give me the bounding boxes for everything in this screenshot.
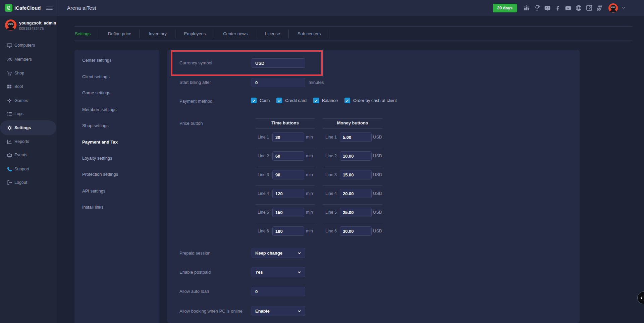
nav-center-settings[interactable]: Center settings [82,57,111,64]
monitor-icon [7,43,12,48]
nav-members-settings[interactable]: Members settings [82,106,117,113]
app-root: iCafeCloud Arena aiTest 39 days [0,0,644,323]
sidebar-item-logout[interactable]: Logout [0,179,57,186]
chart-icon [7,139,12,145]
tab-sub-centers[interactable]: Sub centers [289,26,329,41]
sidebar-item-boot[interactable]: Boot [0,83,57,90]
nav-loyalty-settings[interactable]: Loyalty settings [82,155,112,162]
topbar-actions: 39 days [493,3,644,13]
checkbox-checked-icon [251,98,257,103]
checkbox-checked-icon [276,98,282,103]
icafecloud-site-icon[interactable] [586,5,592,11]
time-line6-label: Line 6 [258,226,269,236]
collapse-panel-button[interactable] [637,291,644,304]
chevron-down-icon [297,251,302,255]
nav-shop-settings[interactable]: Shop settings [82,122,109,129]
time-line4-label: Line 4 [258,189,269,198]
time-line6-input[interactable] [272,226,304,236]
sidebar-item-computers[interactable]: Computers [0,42,57,49]
time-line3-label: Line 3 [258,170,269,179]
tab-employees[interactable]: Employees [175,26,214,41]
money-line6-label: Line 6 [325,226,337,236]
license-days-badge[interactable]: 39 days [493,4,517,12]
user-avatar[interactable] [608,3,618,13]
money-line2-input[interactable] [340,151,372,161]
money-line1-input[interactable] [340,132,372,142]
enable-postpaid-select[interactable]: Yes [252,267,305,277]
discord-icon[interactable] [544,5,551,11]
menu-toggle-button[interactable] [46,6,53,10]
checkbox-checked-icon [344,98,350,103]
center-tabs: Settings Define price Inventory Employee… [74,26,633,41]
topbar: iCafeCloud Arena aiTest 39 days [0,0,644,16]
money-line3-input[interactable] [340,170,372,179]
trophy-icon[interactable] [534,5,540,11]
payment-method-options: Cash Credit card Balance Order by cash a… [251,98,397,103]
sidebar-item-reports[interactable]: Reports [0,138,57,145]
sidebar-item-games[interactable]: Games [0,97,57,104]
tab-license[interactable]: License [256,26,289,41]
gamepad-icon [7,98,12,104]
money-buttons-header: Money buttons [323,120,382,125]
time-line1-input[interactable] [272,132,304,142]
time-line3-input[interactable] [272,170,304,179]
nav-install-links[interactable]: Install links [82,204,104,211]
sidebar-item-support[interactable]: Support [0,166,57,172]
allow-booking-select[interactable]: Enable [252,306,305,316]
tab-inventory[interactable]: Inventory [140,26,175,41]
time-line2-label: Line 2 [258,151,269,161]
allow-auto-loan-input[interactable] [252,287,305,296]
leaderboard-icon[interactable] [523,5,530,11]
allow-auto-loan-label: Allow auto loan [179,288,209,295]
money-line4-input[interactable] [340,189,372,198]
time-line1-label: Line 1 [258,132,269,142]
globe-icon[interactable] [575,5,582,11]
windows-icon [7,84,12,90]
checkbox-cash[interactable]: Cash [251,98,270,103]
sidebar-item-logs[interactable]: Logs [0,110,57,117]
start-billing-unit: minutes [309,78,324,87]
currency-symbol-input[interactable] [252,58,305,68]
checkbox-order-by-cash[interactable]: Order by cash at client [344,98,397,103]
sidebar-item-events[interactable]: Events [0,152,57,158]
layers-icon[interactable] [596,5,603,11]
youtube-icon[interactable] [565,5,572,11]
nav-protection-settings[interactable]: Protection settings [82,171,118,178]
prepaid-session-label: Prepaid session [179,250,211,257]
start-billing-input[interactable] [252,78,305,87]
tab-settings[interactable]: Settings [74,26,99,41]
money-line3-label: Line 3 [325,170,337,179]
app-logo[interactable]: iCafeCloud [5,4,41,12]
nav-payment-and-tax[interactable]: Payment and Tax [82,139,118,146]
checkbox-balance[interactable]: Balance [313,98,338,103]
sidebar-user-avatar[interactable] [5,19,16,31]
checkbox-credit-card[interactable]: Credit card [276,98,307,103]
facebook-icon[interactable] [554,5,561,11]
chevron-down-icon [297,309,302,313]
sidebar-item-shop[interactable]: Shop [0,70,57,76]
nav-client-settings[interactable]: Client settings [82,73,110,80]
crown-icon [7,152,12,158]
money-line5-label: Line 5 [325,208,337,217]
nav-api-settings[interactable]: API settings [82,188,105,195]
sidebar-item-settings[interactable]: Settings [0,124,57,131]
money-line2-label: Line 2 [325,151,337,161]
time-line5-input[interactable] [272,208,304,217]
payment-method-label: Payment method [179,98,212,105]
cart-icon [7,70,12,76]
time-line2-input[interactable] [272,151,304,161]
money-line5-input[interactable] [340,208,372,217]
tab-define-price[interactable]: Define price [99,26,140,41]
settings-nav: Center settings Client settings Game set… [74,50,159,323]
members-icon [7,57,12,62]
chevron-down-icon[interactable] [622,5,626,11]
time-buttons-header: Time buttons [256,120,315,125]
payment-tax-form: Currency symbol Start billing after minu… [167,50,580,323]
prepaid-session-select[interactable]: Keep change [252,248,305,258]
nav-game-settings[interactable]: Game settings [82,90,110,96]
sidebar: youngzsoft_admin 005193482475 Computers … [0,16,57,323]
money-line6-input[interactable] [340,226,372,236]
tab-center-news[interactable]: Center news [214,26,256,41]
time-line4-input[interactable] [272,189,304,198]
sidebar-item-members[interactable]: Members [0,56,57,63]
